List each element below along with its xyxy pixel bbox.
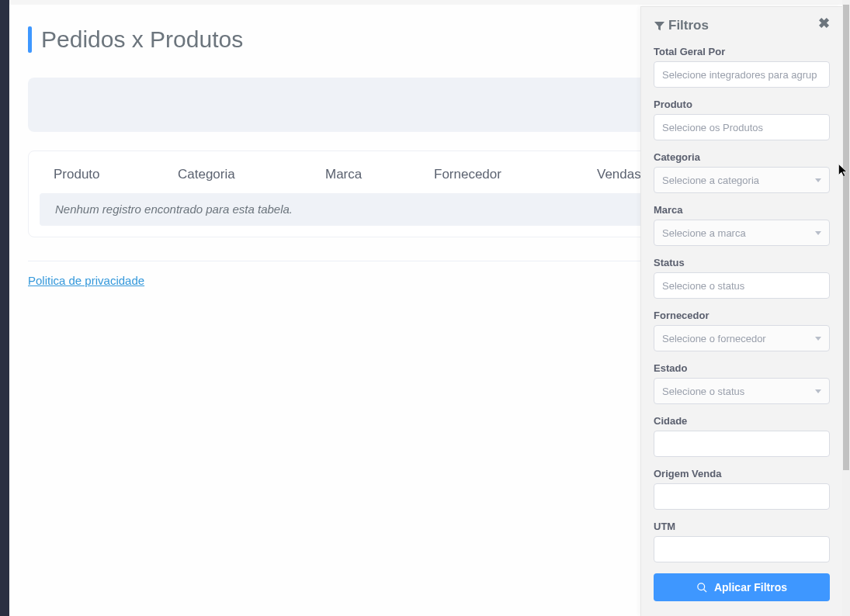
col-fornecedor[interactable]: Fornecedor: [434, 167, 597, 182]
select-estado[interactable]: Selecione o status: [654, 378, 830, 404]
label-estado: Estado: [654, 362, 830, 374]
title-accent-bar: [28, 26, 32, 53]
label-cidade: Cidade: [654, 415, 830, 427]
select-estado-placeholder: Selecione o status: [662, 386, 744, 397]
label-total-geral-por: Total Geral Por: [654, 46, 830, 57]
col-produto[interactable]: Produto: [54, 167, 178, 182]
apply-filters-button[interactable]: Aplicar Filtros: [654, 573, 830, 601]
search-icon: [696, 582, 708, 594]
select-marca[interactable]: Selecione a marca: [654, 220, 830, 246]
input-cidade[interactable]: [654, 431, 830, 457]
input-produto[interactable]: [654, 114, 830, 140]
left-nav-strip: [0, 0, 9, 616]
page-title: Pedidos x Produtos: [41, 26, 243, 53]
input-status[interactable]: [654, 272, 830, 299]
filter-icon: [654, 20, 665, 32]
svg-line-1: [704, 589, 706, 591]
filters-title: Filtros: [668, 18, 709, 33]
select-categoria[interactable]: Selecione a categoria: [654, 167, 830, 193]
chevron-down-icon: [815, 231, 821, 235]
select-fornecedor[interactable]: Selecione o fornecedor: [654, 325, 830, 351]
empty-message: Nenhum registro encontrado para esta tab…: [55, 202, 293, 216]
label-status: Status: [654, 257, 830, 268]
top-divider: [9, 0, 850, 5]
label-origem-venda: Origem Venda: [654, 468, 830, 479]
label-marca: Marca: [654, 204, 830, 216]
select-categoria-placeholder: Selecione a categoria: [662, 175, 759, 186]
privacy-policy-link[interactable]: Politica de privacidade: [28, 274, 144, 287]
apply-filters-label: Aplicar Filtros: [714, 581, 787, 594]
select-marca-placeholder: Selecione a marca: [662, 227, 746, 239]
scrollbar-thumb[interactable]: [843, 5, 849, 470]
chevron-down-icon: [815, 178, 821, 182]
scrollbar-track[interactable]: [842, 0, 850, 616]
chevron-down-icon: [815, 337, 821, 341]
label-fornecedor: Fornecedor: [654, 310, 830, 321]
svg-point-0: [698, 583, 705, 590]
select-fornecedor-placeholder: Selecione o fornecedor: [662, 333, 766, 344]
input-total-geral-por[interactable]: [654, 61, 830, 88]
filters-panel: Filtros ✖ Total Geral Por Produto Catego…: [640, 6, 842, 616]
col-categoria[interactable]: Categoria: [178, 167, 325, 182]
input-utm[interactable]: [654, 536, 830, 562]
col-marca[interactable]: Marca: [325, 167, 434, 182]
close-icon[interactable]: ✖: [818, 16, 830, 30]
label-produto: Produto: [654, 99, 830, 110]
label-utm: UTM: [654, 521, 830, 532]
input-origem-venda[interactable]: [654, 483, 830, 510]
chevron-down-icon: [815, 389, 821, 393]
filters-header: Filtros ✖: [654, 18, 830, 33]
label-categoria: Categoria: [654, 151, 830, 163]
